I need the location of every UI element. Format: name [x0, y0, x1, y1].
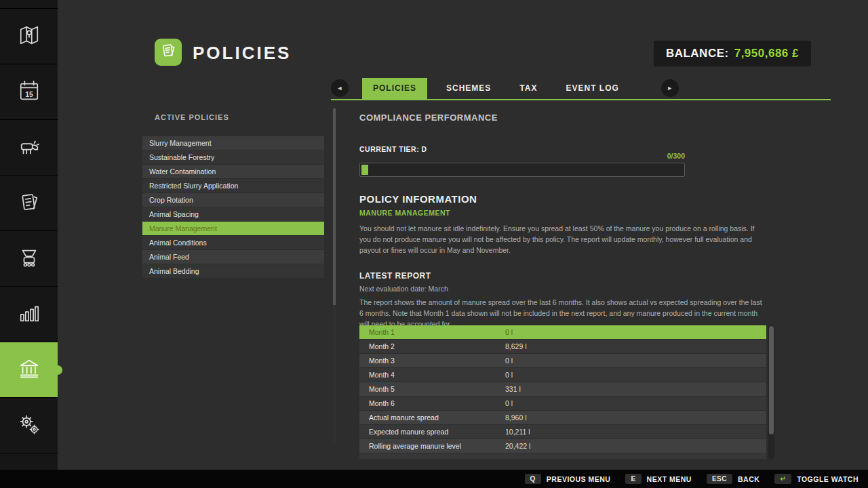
next-menu-hint[interactable]: E NEXT MENU: [625, 474, 692, 484]
calendar-icon: 15: [18, 79, 41, 105]
next-tab-arrow-button[interactable]: ►: [661, 79, 679, 97]
table-row: Month 3 0 l: [359, 354, 766, 367]
row-label: Rolling average manure level: [359, 439, 505, 453]
row-value: 8,960 l: [505, 411, 766, 424]
policy-information-heading: POLICY INFORMATION: [359, 193, 477, 205]
policy-list-item[interactable]: Water Contamination: [142, 165, 324, 178]
tab-tax[interactable]: TAX: [510, 78, 547, 99]
previous-menu-hint[interactable]: Q PREVIOUS MENU: [525, 474, 611, 484]
sidebar-item-calendar[interactable]: 15: [0, 64, 58, 120]
compliance-progress-fill: [361, 165, 368, 175]
policy-name-subheading: MANURE MANAGEMENT: [359, 209, 450, 217]
toggle-watch-hint[interactable]: ↵ TOGGLE WATCH: [774, 474, 859, 484]
row-label: Month 6: [359, 396, 505, 410]
row-label: Month 1: [359, 325, 505, 339]
policy-list-item-selected[interactable]: Manure Management: [142, 222, 324, 235]
compliance-progress-caption: 0/300: [359, 152, 685, 160]
policy-list-item[interactable]: Animal Conditions: [142, 236, 324, 249]
latest-report-heading: LATEST REPORT: [359, 271, 431, 281]
table-row: Expected manure spread 10,211 l: [359, 425, 766, 439]
policy-description: You should not let manure sit idle indef…: [359, 224, 766, 256]
table-row: Actual manure spread 8,960 l: [359, 411, 766, 424]
row-value: 8,629 l: [505, 340, 766, 353]
policy-list-item[interactable]: Animal Feed: [142, 250, 324, 264]
table-row-clipped: [359, 453, 766, 459]
row-value: 0 l: [505, 396, 766, 410]
policy-list-item[interactable]: Animal Bedding: [142, 264, 324, 278]
report-scrollbar-thumb[interactable]: [769, 326, 774, 434]
panel-scrollbar[interactable]: [333, 108, 336, 442]
policy-list-item[interactable]: Sustainable Forestry: [142, 150, 324, 164]
row-label: Actual manure spread: [359, 411, 505, 424]
balance-label: BALANCE:: [666, 47, 729, 60]
row-value: 0 l: [505, 325, 766, 339]
active-policies-heading: ACTIVE POLICIES: [155, 113, 229, 121]
page-title: POLICIES: [193, 43, 291, 64]
row-value: 20,422 l: [505, 439, 766, 453]
next-evaluation-date: Next evaluation date: March: [359, 285, 448, 293]
sidebar-item-map[interactable]: [0, 9, 58, 64]
panel-scrollbar-thumb[interactable]: [333, 108, 336, 305]
key-hint-bar: Q PREVIOUS MENU E NEXT MENU ESC BACK ↵ T…: [0, 470, 868, 488]
compliance-progress-bar: [359, 163, 685, 177]
row-label: Month 4: [359, 368, 505, 382]
sidebar-partial-item: [0, 0, 58, 9]
sidebar-item-production[interactable]: [0, 231, 58, 287]
balance-value: 7,950,686 £: [734, 47, 799, 60]
tab-schemes[interactable]: SCHEMES: [437, 78, 500, 99]
row-label: Month 2: [359, 340, 505, 353]
back-hint[interactable]: ESC BACK: [707, 474, 760, 484]
tab-event-log[interactable]: EVENT LOG: [556, 78, 628, 99]
sidebar-item-animals[interactable]: [0, 120, 58, 176]
active-policies-list: Slurry Management Sustainable Forestry W…: [142, 136, 324, 279]
row-value: 331 l: [505, 382, 766, 396]
government-building-icon: [18, 357, 41, 383]
table-row: Month 4 0 l: [359, 368, 766, 382]
statistics-icon: [18, 302, 41, 327]
tab-bar: ◄ POLICIES SCHEMES TAX EVENT LOG ►: [331, 79, 831, 100]
table-row: Month 1 0 l: [359, 325, 766, 339]
report-scrollbar[interactable]: [768, 325, 774, 460]
svg-text:15: 15: [25, 90, 33, 98]
row-label: Expected manure spread: [359, 425, 505, 439]
manure-report-table: Month 1 0 l Month 2 8,629 l Month 3 0 l …: [359, 325, 766, 459]
policy-document-icon: [159, 41, 178, 63]
sidebar-item-government-policies[interactable]: [0, 342, 58, 398]
key-q: Q: [525, 474, 541, 484]
tab-policies[interactable]: POLICIES: [362, 78, 427, 99]
balance-display: BALANCE: 7,950,686 £: [654, 41, 811, 66]
policy-list-item[interactable]: Animal Spacing: [142, 207, 324, 221]
policy-list-item[interactable]: Crop Rotation: [142, 193, 324, 207]
table-row: Month 2 8,629 l: [359, 340, 766, 353]
policy-list-item[interactable]: Slurry Management: [142, 136, 324, 150]
policies-screen: 15: [0, 0, 868, 488]
table-row: Month 5 331 l: [359, 382, 766, 396]
compliance-performance-heading: COMPLIANCE PERFORMANCE: [359, 113, 498, 123]
main-menu-sidebar: 15: [0, 0, 58, 470]
animals-icon: [18, 135, 41, 161]
prev-tab-arrow-button[interactable]: ◄: [331, 79, 349, 97]
policies-app-icon: [155, 39, 182, 66]
enter-key-icon: ↵: [774, 474, 791, 484]
map-icon: [18, 24, 41, 49]
sidebar-item-settings[interactable]: [0, 398, 58, 453]
row-value: 0 l: [505, 354, 766, 367]
policy-list-item[interactable]: Restricted Slurry Application: [142, 179, 324, 192]
row-label: Month 3: [359, 354, 505, 367]
key-esc: ESC: [707, 474, 732, 484]
table-row: Month 6 0 l: [359, 396, 766, 410]
row-label: Month 5: [359, 382, 505, 396]
gears-icon: [18, 413, 41, 439]
table-row: Rolling average manure level 20,422 l: [359, 439, 766, 453]
contracts-icon: [18, 190, 41, 216]
sidebar-item-statistics[interactable]: [0, 287, 58, 342]
row-value: 10,211 l: [505, 425, 766, 439]
row-value: 0 l: [505, 368, 766, 382]
key-e: E: [625, 474, 641, 484]
production-icon: [18, 246, 41, 272]
sidebar-item-contracts[interactable]: [0, 176, 58, 231]
